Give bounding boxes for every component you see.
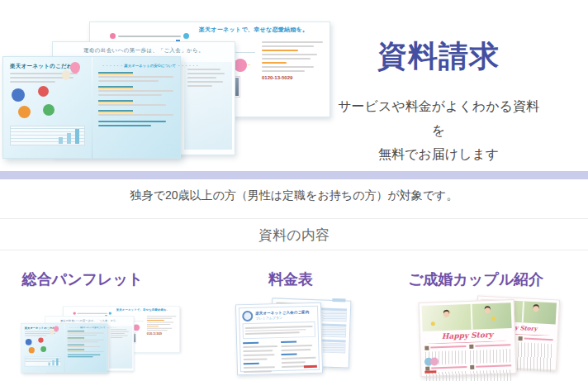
- pamphlet-front-right-page: ・・・・・・ 楽天オーネットの安心について ・・・・・・: [92, 57, 180, 158]
- value-circles: [10, 86, 85, 124]
- blue-dot-icon: [183, 33, 189, 39]
- hero-copy: 資料請求 サービスや料金がよくわかる資料を 無料でお届けします: [332, 36, 545, 166]
- page-title: 資料請求: [332, 36, 545, 77]
- member-stamps: [424, 354, 439, 369]
- brand-logo-red: [304, 365, 317, 368]
- couple-photo: [422, 302, 512, 331]
- pink-balloon-icon: [70, 62, 80, 74]
- pamphlet-thumbnail: 楽天オーネットで、幸せな恋愛結婚を。 0120-13-5029 運命の出会いへの…: [20, 296, 188, 376]
- pamphlet-middle-heading: 運命の出会いへの第一歩は、「ご入会」から。: [53, 47, 235, 55]
- pricelist-columns: [243, 338, 316, 374]
- pamphlet-deco-dots: [110, 33, 189, 39]
- brand-logo-red: [424, 370, 436, 373]
- eligibility-note: 独身で20歳以上の方（男性は定職をお持ちの方）が対象です。: [0, 188, 588, 203]
- pamphlet-mini-table: [10, 126, 85, 145]
- page-tab: [332, 298, 345, 302]
- item-heading-pamphlet: 総合パンフレット: [0, 269, 165, 289]
- pamphlet-front-left-page: 楽天オーネットのこだわり: [3, 57, 92, 158]
- pamphlet-phone-number: 0120-13-5029: [262, 75, 323, 80]
- couples-thumbnail: Happy Story Happy Story: [420, 298, 558, 377]
- pamphlet-middle-text: [184, 62, 232, 150]
- pricelist-front-page: 楽天オーネットご入会のご案内 プレミアムプラン: [235, 302, 323, 376]
- pink-stamp-icon: [430, 357, 439, 365]
- couples-front-page: Happy Story: [418, 299, 516, 377]
- hero-subtitle-line2: 無料でお届けします: [332, 143, 545, 167]
- pamphlet-back-heading: 楽天オーネットで、幸せな恋愛結婚を。: [179, 26, 328, 34]
- item-heading-couples: ご成婚カップル紹介: [393, 269, 558, 289]
- purple-divider-band: [0, 171, 588, 179]
- pamphlet-front-right-heading: ・・・・・・ 楽天オーネットの安心について ・・・・・・: [102, 63, 171, 68]
- pricelist-thumbnail: 楽天オーネットご入会のご案内 プレミアムプラン: [236, 299, 352, 377]
- hero-subtitle-line1: サービスや料金がよくわかる資料を: [332, 95, 545, 143]
- pricelist-subtitle: プレミアムプラン: [255, 315, 309, 321]
- pricelist-intro-box: [242, 321, 315, 339]
- document-request-page: 楽天オーネットで、幸せな恋愛結婚を。: [0, 0, 588, 381]
- pamphlet-text-column: 0120-13-5029: [262, 38, 323, 97]
- pink-dot-icon: [110, 33, 116, 39]
- hero-pamphlet-collage: 楽天オーネットで、幸せな恋愛結婚を。: [0, 0, 347, 165]
- round-stamp-icon: [242, 311, 253, 321]
- cream-balloon-icon: [62, 70, 70, 80]
- pamphlet-front-spread: 楽天オーネットのこだわり ・・・・・・ 楽天オーネットの安心について ・・・・・…: [2, 56, 181, 159]
- item-heading-pricelist: 料金表: [208, 269, 373, 289]
- section-title: 資料の内容: [0, 218, 588, 250]
